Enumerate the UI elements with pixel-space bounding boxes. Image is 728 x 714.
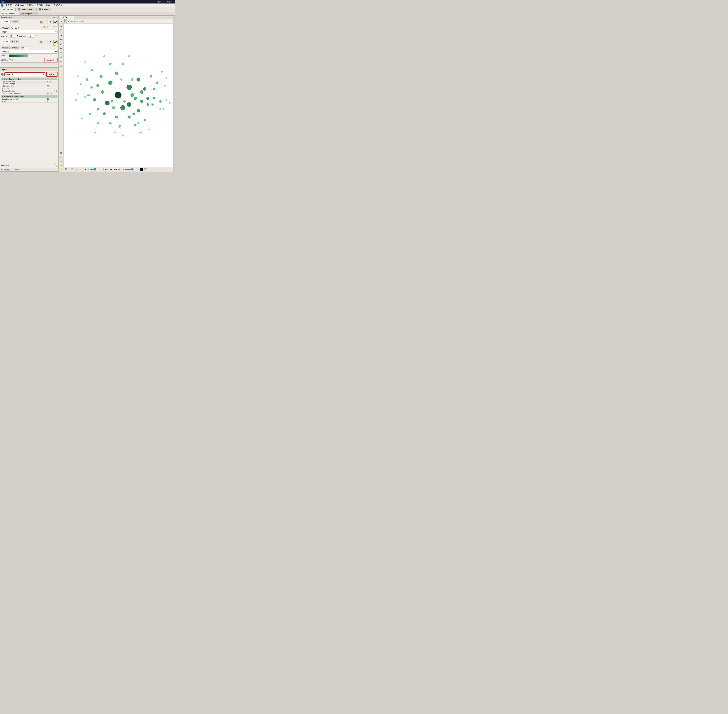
- pointer-tool[interactable]: ↖: [59, 24, 63, 28]
- max-size-spinner[interactable]: ▲▼: [36, 34, 37, 38]
- label-size-icon-btn[interactable]: A: [49, 20, 53, 24]
- pencil-tool[interactable]: ✏: [59, 46, 63, 50]
- hide-labels-btn[interactable]: [75, 168, 78, 171]
- nodes-tab-size[interactable]: Nodes: [1, 20, 10, 23]
- svg-rect-13: [61, 153, 62, 154]
- layers-btn[interactable]: [65, 168, 68, 171]
- svg-point-98: [140, 90, 143, 94]
- layout-tool[interactable]: [59, 151, 63, 155]
- adaptive-cooling-checkbox[interactable]: [54, 90, 57, 92]
- svg-point-154: [169, 102, 170, 104]
- svg-line-65: [154, 86, 165, 89]
- layout-info-icon[interactable]: i: [1, 73, 3, 76]
- show-labels-btn[interactable]: [79, 168, 83, 171]
- unique-tab-color[interactable]: Unique: [1, 46, 9, 49]
- font-size-inc[interactable]: A+: [105, 168, 108, 171]
- blue-slider-input[interactable]: [90, 169, 102, 170]
- svg-point-150: [139, 132, 141, 134]
- svg-point-96: [112, 106, 115, 109]
- prop-adaptive-cooling: Adaptive Cooling: [1, 90, 57, 93]
- edges-tab-size[interactable]: Edges: [10, 20, 19, 23]
- tab-preview[interactable]: Preview: [37, 8, 51, 11]
- color-icon-btn-2[interactable]: 🎨: [39, 40, 43, 44]
- workspace-2-close[interactable]: ×: [35, 13, 36, 15]
- rect-tool[interactable]: [59, 28, 63, 32]
- appearance-minimize[interactable]: —: [54, 16, 55, 18]
- prop-quadtree: Quadtree Max Level 10: [1, 98, 57, 100]
- square-tool[interactable]: [59, 156, 63, 159]
- reset-button[interactable]: Reset: [15, 168, 20, 171]
- graph-canvas[interactable]: [63, 24, 173, 167]
- color-icon-btn[interactable]: 🎨: [39, 20, 43, 24]
- rect-select-btn[interactable]: [63, 20, 68, 23]
- workspace-tab-2[interactable]: Workspace 2 ×: [19, 12, 38, 15]
- label-size-btn[interactable]: T: [84, 168, 87, 171]
- menu-help[interactable]: 도움말(H): [52, 3, 63, 7]
- text-a2-tool[interactable]: A: [60, 164, 62, 166]
- size-icon-btn[interactable]: 🔄 Size: [44, 20, 48, 24]
- svg-point-168: [145, 169, 146, 170]
- max-size-input[interactable]: [28, 35, 34, 38]
- label-style-icon-btn[interactable]: A̲T̲: [53, 20, 57, 24]
- spline-link[interactable]: Spline...: [1, 59, 8, 61]
- nodes-tab-color[interactable]: Nodes: [1, 40, 10, 43]
- text-tool-bottom[interactable]: T: [71, 168, 74, 171]
- svg-point-111: [143, 87, 146, 90]
- spline-copy-icon[interactable]: ⧉: [12, 59, 14, 61]
- spline-filter-icon[interactable]: ▼: [9, 59, 11, 61]
- menu-workspace[interactable]: Workspace: [14, 4, 26, 7]
- font-slider-input[interactable]: [125, 169, 138, 170]
- graph-tab-close[interactable]: ×: [71, 16, 72, 18]
- graph-tab[interactable]: 🔗 Graph ×: [60, 16, 74, 19]
- layout-minimize[interactable]: —: [54, 69, 55, 70]
- tab-data-laboratory[interactable]: Data Laboratory: [16, 8, 36, 11]
- degree-select-size[interactable]: Degree: [1, 30, 57, 34]
- ranking-tab-color[interactable]: Ranking: [19, 46, 28, 49]
- menu-window[interactable]: 장(W): [44, 3, 52, 7]
- apply-button[interactable]: ▶ Apply: [44, 58, 57, 62]
- menu-tools[interactable]: 도구(T): [35, 3, 44, 7]
- workspace-tab-1[interactable]: Workspace 1 ×: [1, 12, 19, 15]
- unique-tab-size[interactable]: Unique: [1, 27, 9, 29]
- ranking-tab-size[interactable]: Ranking: [9, 27, 19, 29]
- settings-tool[interactable]: ⚙: [59, 64, 63, 68]
- label-style-icon-btn-2[interactable]: A̲T̲: [53, 40, 57, 44]
- text-a-tool[interactable]: A: [60, 160, 62, 163]
- barnes-hut-header: ∨ Barnes-Hut's properties: [1, 95, 57, 98]
- menu-view[interactable]: 보기(V): [26, 3, 35, 7]
- title-bar: 🔵 Gephi 0.9.7 - Project 3: [0, 0, 175, 3]
- gradient-options-btn[interactable]: [31, 55, 33, 57]
- edges-tab-color[interactable]: Edges: [10, 40, 19, 43]
- layout-algorithm-select[interactable]: Yifan Hu: [5, 72, 45, 76]
- degree-select-color[interactable]: Degree: [1, 50, 57, 54]
- airplane-tool[interactable]: ✈: [59, 60, 63, 63]
- gradient-arrow-right: ▲: [28, 55, 30, 57]
- layout-close[interactable]: ×: [57, 69, 57, 70]
- light-btn[interactable]: 💡: [60, 168, 63, 171]
- run-button[interactable]: ▶ Run: [47, 72, 57, 76]
- partition-tab-color[interactable]: Partition: [9, 46, 19, 49]
- lasso-tool[interactable]: [59, 33, 63, 37]
- shortpath-tool[interactable]: [59, 42, 63, 46]
- min-size-spinner[interactable]: ▲▼: [17, 34, 18, 38]
- right-side-scrollbar[interactable]: [173, 16, 175, 171]
- workspace-1-close[interactable]: ×: [17, 13, 17, 15]
- appearance-minimize-dash[interactable]: —: [54, 63, 57, 66]
- color-gradient-bar[interactable]: [9, 54, 28, 57]
- drag-tool[interactable]: [59, 38, 63, 41]
- min-size-input[interactable]: [9, 35, 15, 38]
- tab-overview[interactable]: Overview: [1, 8, 16, 11]
- screenshot-btn[interactable]: [144, 168, 147, 171]
- menu-file[interactable]: 파일(F): [5, 3, 13, 7]
- size-icon-btn-2[interactable]: 🔄: [44, 40, 48, 44]
- diamond-tool[interactable]: [59, 51, 63, 55]
- svg-point-153: [166, 77, 167, 79]
- fish-tool[interactable]: [59, 55, 63, 59]
- presets-link[interactable]: Presets...: [4, 168, 11, 171]
- color-picker-btn[interactable]: [140, 168, 143, 171]
- font-size-dec[interactable]: A+: [109, 168, 113, 171]
- appearance-close[interactable]: ×: [57, 16, 57, 18]
- label-size-icon-btn-2[interactable]: A: [49, 40, 53, 44]
- layout-help-icon[interactable]: ?: [55, 164, 57, 166]
- select-tool-btn[interactable]: ↖: [59, 20, 63, 23]
